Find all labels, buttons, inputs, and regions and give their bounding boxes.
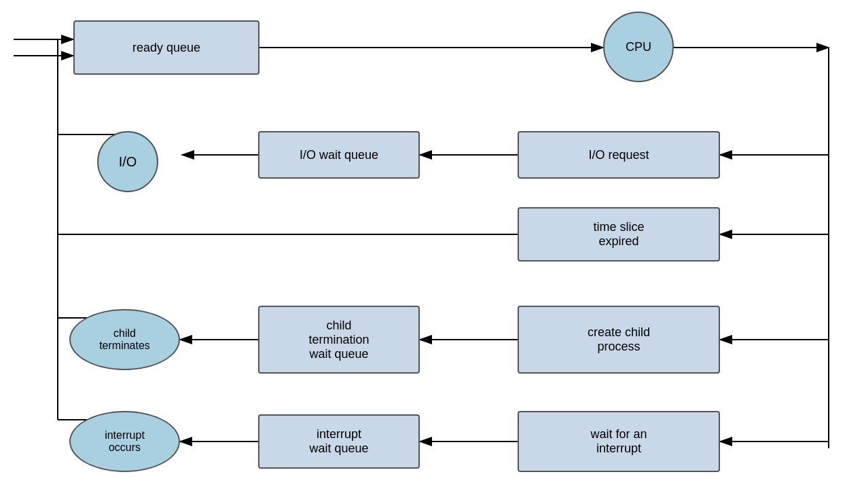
child-termination-wait-label: child termination wait queue [308,319,369,361]
child-terminates-ellipse: child terminates [69,309,180,370]
child-terminates-label: child terminates [99,327,150,352]
io-request-box: I/O request [518,131,720,179]
time-slice-label: time slice expired [593,220,644,249]
child-termination-wait-box: child termination wait queue [258,306,420,374]
diagram: ready queue CPU I/O I/O wait queue I/O r… [0,0,864,504]
create-child-label: create child process [588,325,650,354]
io-label: I/O [119,154,137,170]
interrupt-wait-label: interrupt wait queue [309,427,368,456]
cpu-circle: CPU [603,12,674,82]
wait-for-interrupt-box: wait for an interrupt [518,411,720,472]
wait-for-interrupt-label: wait for an interrupt [590,427,647,456]
cpu-label: CPU [626,40,651,54]
io-wait-queue-label: I/O wait queue [300,148,378,162]
ready-queue-label: ready queue [132,41,200,55]
interrupt-occurs-label: interrupt occurs [105,429,145,454]
time-slice-box: time slice expired [518,207,720,262]
io-circle: I/O [97,131,158,192]
interrupt-wait-box: interrupt wait queue [258,414,420,469]
io-wait-queue-box: I/O wait queue [258,131,420,179]
io-request-label: I/O request [588,148,649,162]
ready-queue-box: ready queue [73,20,259,75]
create-child-box: create child process [518,306,720,374]
interrupt-occurs-ellipse: interrupt occurs [69,411,180,472]
